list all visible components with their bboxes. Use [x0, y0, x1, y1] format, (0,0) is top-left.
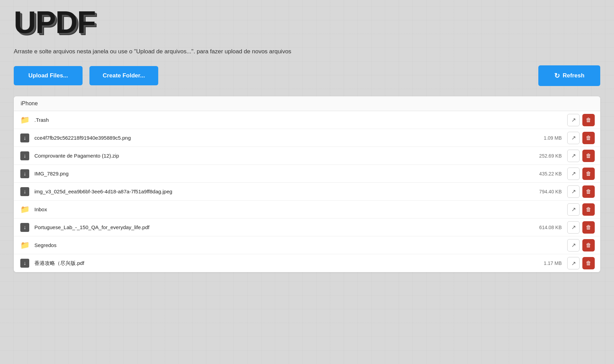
file-name: Segredos	[34, 242, 527, 248]
table-row: img_v3_025d_eea9b6bf-3ee6-4d18-a87a-7f51…	[14, 183, 600, 201]
trash-icon: 🗑	[586, 206, 591, 213]
file-name: cce4f7fb29c562218f91940e395889c5.png	[34, 135, 527, 141]
table-row: Comprovante de Pagamento (12).zip252.69 …	[14, 147, 600, 165]
share-icon: ↗	[571, 117, 576, 123]
file-download-icon	[19, 132, 30, 143]
file-name: img_v3_025d_eea9b6bf-3ee6-4d18-a87a-7f51…	[34, 189, 527, 194]
share-icon: ↗	[571, 170, 576, 177]
delete-button[interactable]: 🗑	[582, 114, 595, 126]
refresh-button[interactable]: ↻ Refresh	[538, 65, 600, 86]
trash-icon: 🗑	[586, 117, 591, 123]
share-button[interactable]: ↗	[567, 168, 580, 180]
upload-files-button[interactable]: Upload Files...	[14, 66, 83, 85]
file-download-icon	[19, 258, 30, 269]
share-icon: ↗	[571, 188, 576, 195]
action-buttons: ↗🗑	[567, 132, 595, 144]
delete-button[interactable]: 🗑	[582, 185, 595, 198]
table-row: 📁.Trash↗🗑	[14, 111, 600, 129]
file-size: 252.69 KB	[527, 153, 562, 159]
share-button[interactable]: ↗	[567, 132, 580, 144]
file-size: 1.09 MB	[527, 135, 562, 141]
delete-button[interactable]: 🗑	[582, 257, 595, 269]
file-size: 794.40 KB	[527, 189, 562, 194]
share-icon: ↗	[571, 260, 576, 267]
action-buttons: ↗🗑	[567, 221, 595, 234]
share-button[interactable]: ↗	[567, 185, 580, 198]
share-button[interactable]: ↗	[567, 150, 580, 162]
delete-button[interactable]: 🗑	[582, 203, 595, 216]
action-buttons: ↗🗑	[567, 150, 595, 162]
subtitle-text: Arraste e solte arquivos nesta janela ou…	[0, 41, 614, 62]
table-row: cce4f7fb29c562218f91940e395889c5.png1.09…	[14, 129, 600, 147]
file-size: 435.22 KB	[527, 171, 562, 176]
file-browser: iPhone 📁.Trash↗🗑cce4f7fb29c562218f91940e…	[14, 96, 600, 272]
trash-icon: 🗑	[586, 242, 591, 248]
file-download-icon	[19, 150, 30, 161]
file-download-icon	[19, 168, 30, 179]
action-buttons: ↗🗑	[567, 168, 595, 180]
file-size: 1.17 MB	[527, 260, 562, 266]
table-row: 香港攻略（尽兴版.pdf1.17 MB↗🗑	[14, 254, 600, 272]
share-icon: ↗	[571, 206, 576, 213]
folder-icon: 📁	[19, 204, 30, 215]
file-download-icon	[19, 186, 30, 197]
trash-icon: 🗑	[586, 171, 591, 177]
share-icon: ↗	[571, 242, 576, 248]
share-button[interactable]: ↗	[567, 114, 580, 126]
share-button[interactable]: ↗	[567, 239, 580, 251]
file-name: Inbox	[34, 206, 527, 212]
delete-button[interactable]: 🗑	[582, 221, 595, 234]
table-row: Portuguese_Lab_-_150_QA_for_everyday_lif…	[14, 218, 600, 236]
action-buttons: ↗🗑	[567, 257, 595, 269]
share-icon: ↗	[571, 135, 576, 141]
trash-icon: 🗑	[586, 189, 591, 195]
delete-button[interactable]: 🗑	[582, 239, 595, 251]
trash-icon: 🗑	[586, 153, 591, 159]
delete-button[interactable]: 🗑	[582, 168, 595, 180]
trash-icon: 🗑	[586, 224, 591, 231]
action-buttons: ↗🗑	[567, 114, 595, 126]
action-buttons: ↗🗑	[567, 203, 595, 216]
refresh-icon: ↻	[554, 72, 560, 80]
delete-button[interactable]: 🗑	[582, 132, 595, 144]
action-buttons: ↗🗑	[567, 185, 595, 198]
file-name: Comprovante de Pagamento (12).zip	[34, 153, 527, 159]
trash-icon: 🗑	[586, 260, 591, 266]
table-row: IMG_7829.png435.22 KB↗🗑	[14, 165, 600, 183]
share-button[interactable]: ↗	[567, 257, 580, 269]
location-bar: iPhone	[14, 96, 600, 111]
file-name: Portuguese_Lab_-_150_QA_for_everyday_lif…	[34, 224, 527, 230]
file-download-icon	[19, 222, 30, 233]
folder-icon: 📁	[19, 115, 30, 126]
trash-icon: 🗑	[586, 135, 591, 141]
file-name: 香港攻略（尽兴版.pdf	[34, 260, 527, 267]
file-name: .Trash	[34, 117, 527, 123]
share-button[interactable]: ↗	[567, 203, 580, 216]
share-icon: ↗	[571, 224, 576, 231]
file-list: 📁.Trash↗🗑cce4f7fb29c562218f91940e395889c…	[14, 111, 600, 272]
header: UPDF	[0, 0, 614, 41]
delete-button[interactable]: 🗑	[582, 150, 595, 162]
table-row: 📁Segredos↗🗑	[14, 236, 600, 254]
action-buttons: ↗🗑	[567, 239, 595, 251]
app-logo: UPDF	[14, 7, 600, 38]
file-name: IMG_7829.png	[34, 171, 527, 176]
share-button[interactable]: ↗	[567, 221, 580, 234]
folder-icon: 📁	[19, 240, 30, 251]
create-folder-button[interactable]: Create Folder...	[89, 66, 158, 85]
toolbar: Upload Files... Create Folder... ↻ Refre…	[0, 62, 614, 93]
file-size: 614.08 KB	[527, 225, 562, 230]
table-row: 📁Inbox↗🗑	[14, 201, 600, 218]
share-icon: ↗	[571, 152, 576, 159]
